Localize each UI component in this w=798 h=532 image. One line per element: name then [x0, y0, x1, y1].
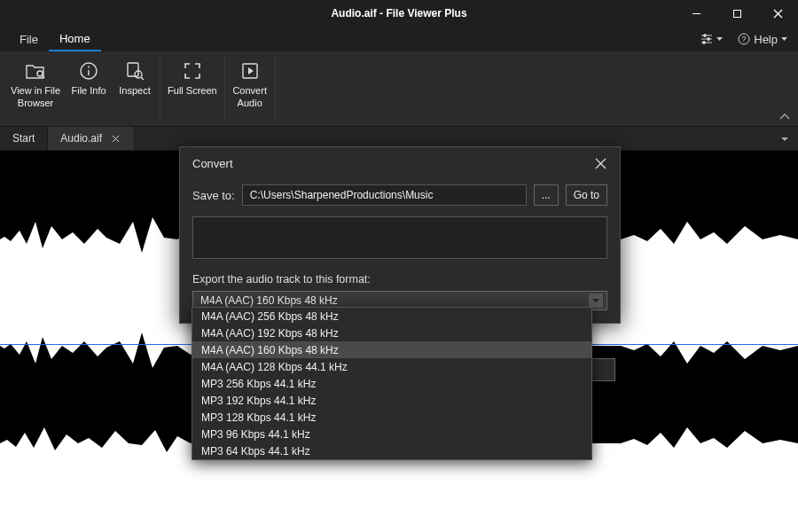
svg-point-5	[703, 35, 706, 37]
menu-file[interactable]: File	[9, 27, 49, 51]
save-path-input[interactable]: C:\Users\SharpenedProductions\Music	[242, 184, 527, 206]
convert-dialog: Convert Save to: C:\Users\SharpenedProdu…	[179, 146, 621, 324]
ribbon-file-info[interactable]: File Info	[67, 57, 110, 121]
format-option[interactable]: MP3 64 Kbps 44.1 kHz	[192, 442, 591, 459]
combobox-caret-icon	[589, 293, 603, 308]
export-format-label: Export the audio track to this format:	[192, 273, 607, 286]
tab-label: Audio.aif	[60, 132, 102, 145]
window-title: Audio.aif - File Viewer Plus	[331, 7, 466, 20]
svg-rect-17	[128, 63, 138, 76]
format-option[interactable]: MP3 192 Kbps 44.1 kHz	[192, 392, 591, 409]
format-option[interactable]: MP3 96 Kbps 44.1 kHz	[192, 426, 591, 442]
dialog-preview-area	[192, 216, 607, 259]
tabstrip-overflow-button[interactable]	[777, 127, 793, 152]
format-option[interactable]: M4A (AAC) 192 Kbps 48 kHz	[192, 325, 591, 341]
dialog-close-button[interactable]	[588, 151, 613, 176]
tab-audio[interactable]: Audio.aif	[48, 127, 135, 150]
tab-label: Start	[12, 132, 35, 145]
info-icon	[76, 59, 101, 83]
format-option[interactable]: MP3 128 Kbps 44.1 kHz	[192, 409, 591, 426]
close-button[interactable]	[757, 0, 798, 27]
titlebar: Audio.aif - File Viewer Plus	[0, 0, 798, 27]
maximize-button[interactable]	[716, 0, 757, 27]
combobox-selected: M4A (AAC) 160 Kbps 48 kHz	[200, 294, 338, 307]
dialog-titlebar: Convert	[180, 147, 620, 179]
format-option[interactable]: M4A (AAC) 160 Kbps 48 kHz	[192, 341, 591, 358]
dialog-title: Convert	[192, 157, 233, 170]
tab-close-icon[interactable]	[109, 132, 121, 145]
format-option[interactable]: M4A (AAC) 128 Kbps 44.1 kHz	[192, 358, 591, 375]
menu-home[interactable]: Home	[49, 27, 101, 51]
svg-rect-1	[733, 10, 740, 17]
inspect-icon	[122, 59, 147, 83]
window-buttons	[676, 0, 798, 27]
settings-icon[interactable]	[699, 27, 724, 51]
format-option[interactable]: MP3 256 Kbps 44.1 kHz	[192, 375, 591, 392]
ribbon-full-screen[interactable]: Full Screen	[164, 57, 221, 121]
svg-text:?: ?	[742, 35, 747, 43]
svg-point-16	[88, 66, 90, 68]
browse-button[interactable]: ...	[534, 184, 559, 206]
convert-icon	[238, 59, 262, 83]
ribbon-collapse-button[interactable]	[777, 110, 793, 122]
goto-button[interactable]: Go to	[566, 184, 607, 206]
help-label: Help	[754, 33, 778, 46]
format-dropdown-list: M4A (AAC) 256 Kbps 48 kHz M4A (AAC) 192 …	[192, 307, 592, 460]
svg-point-7	[707, 38, 709, 41]
ribbon-label: File Info	[71, 85, 106, 98]
save-to-label: Save to:	[192, 189, 235, 202]
tab-start[interactable]: Start	[0, 127, 48, 150]
svg-line-19	[141, 77, 144, 80]
ribbon-view-in-file-browser[interactable]: View in File Browser	[7, 57, 64, 121]
ribbon-label: Convert Audio	[232, 85, 267, 110]
ribbon-label: Inspect	[119, 85, 150, 98]
ribbon-label: View in File Browser	[11, 85, 60, 110]
folder-search-icon	[23, 59, 48, 83]
help-button[interactable]: ? Help	[732, 33, 793, 46]
ribbon-label: Full Screen	[168, 85, 217, 98]
ribbon: View in File Browser File Info Inspect	[0, 51, 798, 126]
format-option[interactable]: M4A (AAC) 256 Kbps 48 kHz	[192, 308, 591, 325]
svg-marker-21	[248, 67, 254, 74]
ribbon-inspect[interactable]: Inspect	[113, 57, 156, 121]
minimize-button[interactable]	[676, 0, 716, 27]
ribbon-convert-audio[interactable]: Convert Audio	[229, 57, 271, 121]
svg-point-9	[702, 42, 705, 44]
fullscreen-icon	[180, 59, 205, 83]
menubar: File Home ? Help	[0, 27, 798, 51]
